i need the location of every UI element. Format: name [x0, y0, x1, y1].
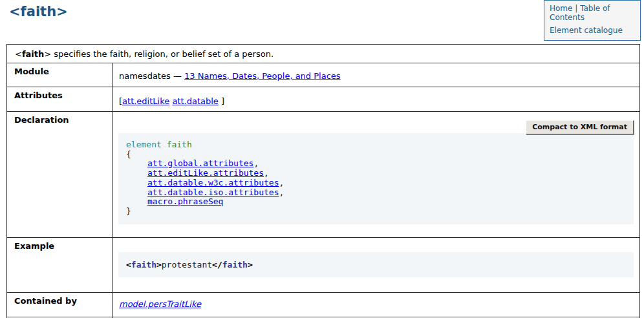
code-line-link: att.global.attributes, — [126, 159, 634, 169]
description-row: <faith> specifies the faith, religion, o… — [7, 45, 639, 63]
example-text: protestant — [162, 260, 212, 270]
macro-phraseseq-link[interactable]: macro.phraseSeq — [147, 196, 223, 206]
contained-by-label: Contained by — [7, 293, 113, 317]
attributes-content: [att.editLike att.datable ] — [113, 87, 639, 111]
attributes-row: Attributes [att.editLike att.datable ] — [7, 87, 639, 111]
code-line-link: att.datable.w3c.attributes, — [126, 178, 634, 188]
example-open-tag: faith — [131, 260, 156, 270]
att-datable-iso-attributes-link[interactable]: att.datable.iso.attributes — [147, 187, 279, 197]
declaration-code-block: element faith { att.global.attributes, a… — [118, 133, 634, 224]
contained-by-content: model.persTraitLike — [113, 293, 639, 317]
nav-element-catalogue-link[interactable]: Element catalogue — [550, 26, 623, 35]
element-description: <faith> specifies the faith, religion, o… — [7, 45, 274, 63]
att-editlike-attributes-link[interactable]: att.editLike.attributes — [147, 168, 264, 178]
code-suffix: , — [264, 168, 269, 178]
module-dash: — — [173, 71, 182, 81]
module-row: Module namesdates — 13 Names, Dates, Peo… — [7, 63, 639, 87]
att-editlike-link[interactable]: att.editLike — [122, 96, 169, 106]
example-close-gt: > — [248, 260, 253, 270]
example-close-lt: </ — [212, 260, 222, 270]
code-element-name: faith — [167, 140, 192, 149]
desc-open-bracket: < — [15, 49, 22, 59]
code-line-element: element faith — [126, 140, 634, 150]
example-label: Example — [7, 238, 113, 292]
compact-to-xml-button[interactable]: Compact to XML format — [526, 120, 634, 134]
example-open-gt: > — [156, 260, 162, 270]
example-content: <faith>protestant</faith> — [113, 238, 639, 292]
nav-box: Home | Table of Contents Element catalog… — [544, 0, 641, 41]
example-row: Example <faith>protestant</faith> — [7, 237, 639, 292]
element-spec-table: <faith> specifies the faith, religion, o… — [6, 44, 640, 318]
declaration-label: Declaration — [7, 112, 113, 237]
nav-separator: | — [575, 4, 577, 13]
tei-element-page: <faith> Home | Table of Contents Element… — [0, 0, 644, 318]
att-global-attributes-link[interactable]: att.global.attributes — [147, 158, 253, 168]
example-code-block: <faith>protestant</faith> — [118, 252, 634, 277]
code-line-link: macro.phraseSeq — [126, 197, 634, 207]
module-chapter-link[interactable]: 13 Names, Dates, People, and Places — [184, 71, 341, 81]
module-name: namesdates — [119, 71, 171, 81]
att-datable-link[interactable]: att.datable — [172, 96, 218, 106]
nav-line-2: Element catalogue — [550, 26, 635, 35]
example-open-lt: < — [126, 260, 131, 270]
desc-tag-name: faith — [22, 49, 44, 59]
declaration-row: Declaration Compact to XML format elemen… — [7, 111, 639, 237]
page-title: <faith> — [9, 4, 68, 19]
attributes-close-bracket: ] — [221, 96, 224, 106]
declaration-content: Compact to XML format element faith { at… — [113, 112, 639, 237]
code-open-brace: { — [126, 150, 634, 160]
module-content: namesdates — 13 Names, Dates, People, an… — [113, 63, 639, 87]
nav-home-link[interactable]: Home — [550, 4, 572, 13]
code-keyword: element — [126, 140, 162, 149]
attributes-label: Attributes — [7, 87, 113, 111]
nav-line-1: Home | Table of Contents — [550, 4, 635, 22]
code-suffix: , — [253, 158, 259, 168]
example-close-tag: faith — [222, 260, 248, 270]
code-line-link: att.datable.iso.attributes, — [126, 188, 634, 198]
contained-by-row: Contained by model.persTraitLike — [7, 292, 639, 317]
module-label: Module — [7, 63, 113, 87]
code-close-brace: } — [126, 207, 634, 217]
code-line-link: att.editLike.attributes, — [126, 169, 634, 178]
desc-text: > specifies the faith, religion, or beli… — [44, 49, 274, 59]
code-suffix: , — [279, 178, 284, 187]
att-datable-w3c-attributes-link[interactable]: att.datable.w3c.attributes — [147, 178, 279, 187]
model-perstraitlike-link[interactable]: model.persTraitLike — [119, 299, 201, 309]
code-suffix: , — [279, 187, 284, 197]
